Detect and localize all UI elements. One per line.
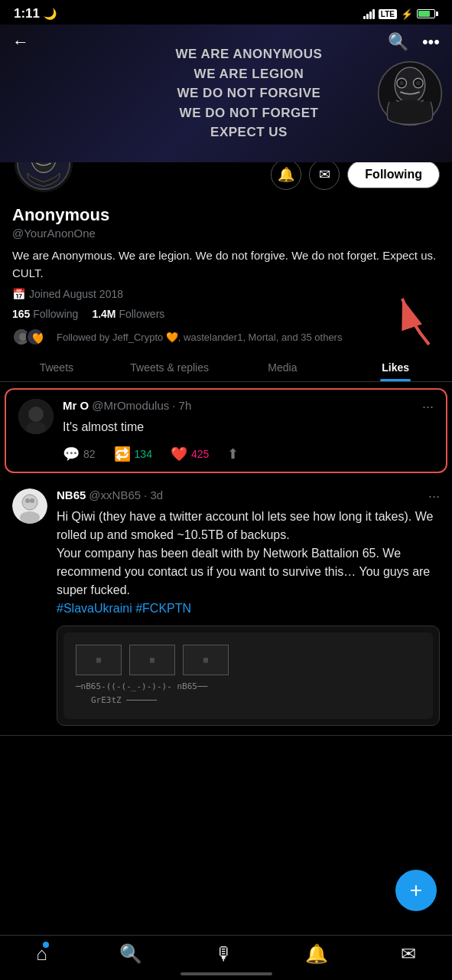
tweet-body-1: Mr O @MrOmodulus · 7h ··· It's almost ti… bbox=[63, 399, 434, 462]
share-action-1[interactable]: ⬆ bbox=[227, 446, 239, 462]
tweet-card-2: NB65 @xxNB65 · 3d ··· Hi Qiwi (they have… bbox=[0, 479, 452, 736]
following-stat[interactable]: 165 Following bbox=[12, 308, 78, 320]
like-icon: ❤️ bbox=[171, 446, 187, 462]
share-icon: ⬆ bbox=[227, 446, 239, 462]
tab-tweets[interactable]: Tweets bbox=[0, 351, 113, 381]
tweet-name-1: Mr O bbox=[63, 399, 89, 412]
profile-handle: @YourAnonOne bbox=[12, 227, 440, 240]
bell-icon: 🔔 bbox=[278, 166, 294, 183]
search-icon: 🔍 bbox=[119, 943, 142, 964]
tweet-handle-2: @xxNB65 bbox=[89, 488, 141, 501]
signal-bars bbox=[363, 8, 375, 19]
tweet-handle-1: @MrOmodulus bbox=[92, 399, 169, 412]
more-options-icon[interactable]: ••• bbox=[422, 32, 440, 52]
reply-icon: 💬 bbox=[63, 446, 80, 462]
profile-stats: 165 Following 1.4M Followers bbox=[12, 308, 440, 320]
nav-messages[interactable]: ✉ bbox=[401, 943, 416, 965]
reply-action-1[interactable]: 💬 82 bbox=[63, 446, 96, 462]
retweet-icon: 🔁 bbox=[114, 446, 131, 462]
mail-icon: ✉ bbox=[319, 166, 330, 183]
back-button[interactable]: ← bbox=[12, 32, 29, 52]
status-time: 1:11 🌙 bbox=[14, 6, 57, 21]
profile-tabs: Tweets Tweets & replies Media Likes bbox=[0, 351, 452, 382]
follower-avatar-list: 🧡 bbox=[12, 328, 40, 346]
tweet-name-2: NB65 bbox=[57, 488, 86, 501]
bell-icon: 🔔 bbox=[305, 943, 328, 964]
retweet-action-1[interactable]: 🔁 134 bbox=[114, 446, 152, 462]
tweet-time-1: · 7h bbox=[172, 399, 191, 412]
follower-avatar-2: 🧡 bbox=[26, 328, 44, 346]
image-placeholder: ▦ ▦ ▦ ─nB65-((-(-_-)-)-)- nB65── GrE3tZ … bbox=[63, 632, 433, 719]
tweet-avatar-2 bbox=[12, 488, 47, 524]
svg-point-23 bbox=[20, 511, 40, 524]
search-icon[interactable]: 🔍 bbox=[388, 32, 408, 52]
svg-point-5 bbox=[416, 81, 420, 85]
profile-joined: 📅 Joined August 2018 bbox=[12, 288, 440, 300]
svg-point-19 bbox=[28, 407, 44, 422]
notify-button[interactable]: 🔔 bbox=[271, 159, 301, 190]
tweet-actions-1: 💬 82 🔁 134 ❤️ 425 ⬆ bbox=[63, 446, 434, 462]
nav-home[interactable]: ⌂ bbox=[36, 943, 47, 965]
nav-notifications[interactable]: 🔔 bbox=[305, 943, 328, 965]
lightning-icon: ⚡ bbox=[401, 8, 413, 20]
status-bar: 1:11 🌙 LTE ⚡ bbox=[0, 0, 452, 24]
svg-point-25 bbox=[30, 498, 34, 503]
hashtag-fckptn[interactable]: #FCKPTN bbox=[135, 602, 191, 615]
tweet-text-2: Hi Qiwi (they have a twitter account lol… bbox=[57, 508, 440, 618]
mail-icon: ✉ bbox=[401, 943, 416, 964]
tweet-user-info-2: NB65 @xxNB65 · 3d bbox=[57, 488, 163, 501]
tweet-user-info-1: Mr O @MrOmodulus · 7h bbox=[63, 399, 191, 412]
top-nav: ← 🔍 ••• bbox=[0, 24, 452, 60]
tweet-more-icon-2[interactable]: ··· bbox=[428, 488, 440, 505]
nav-home-dot bbox=[43, 942, 49, 948]
svg-text:🧡: 🧡 bbox=[32, 332, 44, 345]
svg-point-4 bbox=[400, 81, 404, 85]
compose-fab[interactable]: + bbox=[395, 870, 437, 911]
tweet-card-1: Mr O @MrOmodulus · 7h ··· It's almost ti… bbox=[5, 388, 447, 473]
calendar-icon: 📅 bbox=[12, 288, 25, 300]
home-indicator bbox=[180, 972, 272, 975]
status-icons: LTE ⚡ bbox=[363, 8, 438, 20]
microphone-icon: 🎙 bbox=[215, 943, 233, 964]
svg-point-24 bbox=[25, 498, 30, 503]
tweet-header-2: NB65 @xxNB65 · 3d ··· bbox=[57, 488, 440, 505]
svg-point-22 bbox=[22, 495, 37, 510]
profile-name: Anonymous bbox=[12, 205, 440, 225]
followed-by: 🧡 Followed by Jeff_Crypto 🧡, wastelander… bbox=[12, 328, 440, 346]
tweet-header-1: Mr O @MrOmodulus · 7h ··· bbox=[63, 399, 434, 415]
tweet-time-2: · 3d bbox=[144, 488, 163, 501]
moon-icon: 🌙 bbox=[44, 8, 57, 20]
tweet-text-1: It's almost time bbox=[63, 418, 434, 436]
tab-likes[interactable]: Likes bbox=[339, 351, 452, 381]
profile-actions: 🔔 ✉ Following bbox=[271, 159, 440, 190]
tweets-area: Mr O @MrOmodulus · 7h ··· It's almost ti… bbox=[0, 388, 452, 736]
tab-media[interactable]: Media bbox=[226, 351, 340, 381]
top-nav-actions: 🔍 ••• bbox=[388, 32, 440, 52]
tweet-image-preview[interactable]: ▦ ▦ ▦ ─nB65-((-(-_-)-)-)- nB65── GrE3tZ … bbox=[57, 626, 440, 726]
followers-stat[interactable]: 1.4M Followers bbox=[92, 308, 164, 320]
tweet-avatar-1 bbox=[18, 399, 54, 434]
following-button[interactable]: Following bbox=[347, 161, 440, 188]
profile-bio: We are Anonymous. We are legion. We do n… bbox=[12, 247, 440, 282]
phone-container: 1:11 🌙 LTE ⚡ WE ARE ANONYMOUS bbox=[0, 0, 452, 980]
tab-tweets-replies[interactable]: Tweets & replies bbox=[113, 351, 226, 381]
lte-badge: LTE bbox=[379, 9, 397, 19]
nav-spaces[interactable]: 🎙 bbox=[215, 943, 233, 965]
followed-by-text: Followed by Jeff_Crypto 🧡, wastelander1,… bbox=[57, 332, 342, 343]
profile-header: WE ARE ANONYMOUS WE ARE LEGION WE DO NOT… bbox=[0, 24, 452, 162]
nav-search[interactable]: 🔍 bbox=[119, 943, 142, 965]
svg-point-20 bbox=[26, 422, 46, 434]
profile-section: 🔔 ✉ Following Anonymous @YourAnonOne We … bbox=[0, 132, 452, 346]
tweet-more-icon-1[interactable]: ··· bbox=[422, 399, 434, 415]
message-button[interactable]: ✉ bbox=[309, 159, 340, 190]
hashtag-slava[interactable]: #SlavaUkraini bbox=[57, 602, 132, 615]
like-action-1[interactable]: ❤️ 425 bbox=[171, 446, 209, 462]
battery bbox=[417, 9, 438, 18]
banner-anon-image bbox=[376, 59, 444, 128]
tweet-body-2: NB65 @xxNB65 · 3d ··· Hi Qiwi (they have… bbox=[57, 488, 440, 726]
